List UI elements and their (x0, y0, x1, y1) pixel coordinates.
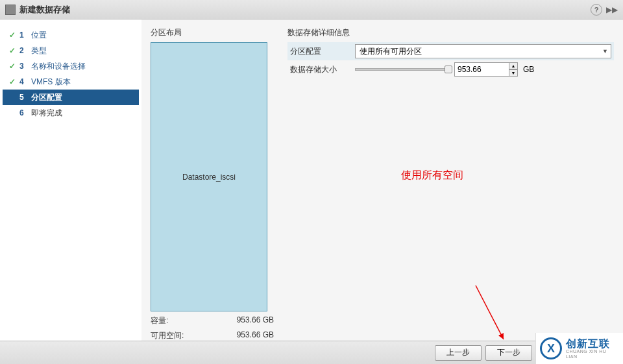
datastore-name: Datastore_iscsi (182, 173, 236, 182)
partition-config-label: 分区配置 (290, 46, 355, 57)
step-name-device[interactable]: ✓ 3 名称和设备选择 (3, 58, 139, 74)
back-button[interactable]: 上一步 (435, 345, 482, 361)
capacity-value: 953.66 GB (237, 315, 274, 326)
check-icon: ✓ (8, 93, 17, 102)
wizard-steps: ✓ 1 位置 ✓ 2 类型 ✓ 3 名称和设备选择 ✓ 4 VMFS 版本 ✓ … (0, 19, 141, 357)
step-location[interactable]: ✓ 1 位置 (3, 27, 139, 43)
watermark-en: CHUANG XIN HU LIAN (566, 349, 619, 359)
expand-icon[interactable]: ▶▶ (606, 5, 618, 14)
step-vmfs-version[interactable]: ✓ 4 VMFS 版本 (3, 74, 139, 90)
watermark: X 创新互联 CHUANG XIN HU LIAN (535, 333, 623, 364)
check-icon: ✓ (8, 108, 17, 117)
size-slider[interactable] (355, 68, 449, 71)
check-icon: ✓ (8, 77, 17, 86)
watermark-logo-icon: X (540, 337, 562, 359)
size-increment[interactable]: ▲ (509, 62, 518, 69)
step-ready-complete[interactable]: ✓ 6 即将完成 (3, 105, 139, 121)
free-space-label: 可用空间: (151, 330, 237, 341)
annotation-arrow (472, 282, 511, 347)
partition-layout-title: 分区布局 (151, 27, 277, 38)
svg-line-0 (476, 285, 504, 339)
next-button[interactable]: 下一步 (485, 345, 532, 361)
help-icon[interactable]: ? (591, 4, 602, 16)
step-partition-config[interactable]: ✓ 5 分区配置 (3, 90, 139, 105)
check-icon: ✓ (8, 62, 17, 71)
window-title: 新建数据存储 (19, 4, 591, 16)
window-icon (5, 5, 16, 15)
free-space-value: 953.66 GB (237, 330, 274, 341)
annotation-text: 使用所有空间 (401, 169, 463, 182)
size-input[interactable]: 953.66 (454, 62, 509, 77)
step-type[interactable]: ✓ 2 类型 (3, 43, 139, 58)
check-icon: ✓ (8, 30, 17, 40)
partition-config-select[interactable]: 使用所有可用分区 ▼ (355, 44, 611, 58)
check-icon: ✓ (8, 46, 17, 55)
size-unit: GB (523, 65, 534, 74)
watermark-cn: 创新互联 (566, 338, 619, 350)
capacity-label: 容量: (151, 315, 237, 326)
slider-thumb[interactable] (445, 66, 452, 73)
size-decrement[interactable]: ▼ (509, 69, 518, 77)
details-title: 数据存储详细信息 (287, 27, 614, 38)
chevron-down-icon: ▼ (602, 48, 608, 55)
size-label: 数据存储大小 (290, 64, 355, 75)
partition-diagram: Datastore_iscsi (151, 42, 267, 311)
